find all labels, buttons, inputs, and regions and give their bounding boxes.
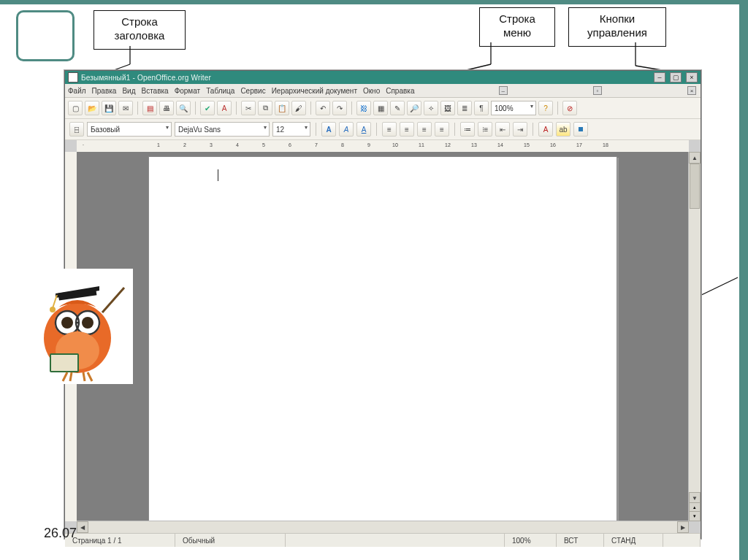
page-background [77, 152, 689, 521]
increase-indent-icon[interactable]: ⇥ [513, 122, 527, 137]
toolbar-separator [376, 123, 377, 136]
underline-icon[interactable]: A [356, 122, 371, 137]
menu-item[interactable]: Окно [363, 87, 380, 95]
paragraph-style-selector[interactable]: Базовый [87, 122, 172, 137]
menu-item[interactable]: Вид [122, 87, 135, 95]
menu-item[interactable]: Правка [92, 87, 117, 95]
callout-titlebar: Строка заголовка [94, 10, 186, 50]
slide-frame-corner [16, 10, 75, 61]
bold-icon[interactable]: A [321, 122, 336, 137]
svg-line-31 [102, 288, 124, 312]
align-justify-icon[interactable]: ≡ [435, 122, 449, 137]
decrease-indent-icon[interactable]: ⇤ [495, 122, 510, 137]
presentation-slide: Строка заголовка Строка меню Кнопки упра… [0, 0, 748, 560]
italic-icon[interactable]: A [339, 122, 354, 137]
data-sources-icon[interactable]: ≣ [457, 101, 472, 115]
svg-line-29 [53, 295, 57, 308]
doc-minimize-icon[interactable]: – [499, 86, 508, 95]
next-page-icon[interactable]: ▾ [689, 511, 701, 521]
background-color-icon[interactable] [573, 122, 588, 137]
formatting-toolbar: ⌸ Базовый DejaVu Sans 12 A A A ≡ ≡ ≡ ≡ ≔… [65, 119, 701, 140]
scroll-right-icon[interactable]: ▶ [677, 521, 689, 533]
toolbar-separator [310, 101, 311, 115]
horizontal-scrollbar[interactable]: ◀ ▶ [77, 521, 689, 533]
status-bar: Страница 1 / 1 Обычный 100% ВСТ СТАНД [65, 533, 701, 547]
undo-icon[interactable]: ↶ [316, 101, 330, 115]
show-draw-icon[interactable]: ✎ [390, 101, 405, 115]
format-brush-icon[interactable]: 🖌 [291, 101, 306, 115]
toolbar-separator [557, 101, 558, 115]
svg-point-22 [82, 317, 94, 329]
app-icon [68, 72, 78, 83]
cut-icon[interactable]: ✂ [241, 101, 256, 115]
pdf-icon[interactable]: ▤ [142, 101, 157, 115]
scroll-left-icon[interactable]: ◀ [77, 521, 88, 533]
open-icon[interactable]: 📂 [85, 101, 99, 115]
bulleted-list-icon[interactable]: ⁝≡ [478, 122, 492, 137]
status-zoom[interactable]: 100% [505, 534, 557, 547]
standard-toolbar: ▢ 📂 💾 ✉ ▤ 🖶 🔍 ✔ A ✂ ⧉ 📋 🖌 ↶ ↷ ⛓ ▦ ✎ 🔎 ✧ [65, 98, 701, 119]
status-spacer [286, 534, 505, 547]
print-icon[interactable]: 🖶 [159, 101, 174, 115]
toolbar-separator [316, 123, 316, 136]
status-mode[interactable]: Обычный [175, 534, 286, 547]
menu-item[interactable]: Формат [175, 87, 201, 95]
align-right-icon[interactable]: ≡ [417, 122, 432, 137]
document-page[interactable] [148, 156, 617, 521]
nonprinting-icon[interactable]: ¶ [474, 101, 489, 115]
window-titlebar[interactable]: Безымянный1 - OpenOffice.org Writer – ▢ … [65, 71, 701, 84]
text-caret [218, 169, 218, 181]
menu-item[interactable]: Сервис [240, 87, 265, 95]
menu-item[interactable]: Таблица [206, 87, 234, 95]
toolbar-separator [195, 101, 196, 115]
save-icon[interactable]: 💾 [102, 101, 116, 115]
navigator-icon[interactable]: ✧ [424, 101, 438, 115]
horizontal-ruler[interactable]: · 1 2 3 4 5 6 7 8 9 10 11 12 13 14 15 16… [77, 140, 689, 153]
preview-icon[interactable]: 🔍 [176, 101, 191, 115]
spellcheck-icon[interactable]: ✔ [200, 101, 215, 115]
align-left-icon[interactable]: ≡ [382, 122, 397, 137]
maximize-button[interactable]: ▢ [670, 72, 682, 83]
doc-close-icon[interactable]: × [687, 86, 696, 95]
toolbar-separator [454, 123, 455, 136]
font-selector[interactable]: DejaVu Sans [175, 122, 270, 137]
vertical-scrollbar[interactable]: ▲ ▼ ▴ ▾ [688, 152, 701, 521]
scroll-up-icon[interactable]: ▲ [689, 152, 701, 164]
table-icon[interactable]: ▦ [373, 101, 388, 115]
styles-icon[interactable]: ⌸ [69, 122, 84, 137]
zoom-selector[interactable]: 100% [491, 101, 536, 115]
align-center-icon[interactable]: ≡ [400, 122, 414, 137]
status-std[interactable]: СТАНД [604, 534, 663, 547]
paste-icon[interactable]: 📋 [275, 101, 289, 115]
slide-frame-right [739, 0, 748, 560]
status-extra[interactable] [663, 534, 701, 547]
find-icon[interactable]: 🔎 [407, 101, 421, 115]
minimize-button[interactable]: – [654, 72, 665, 83]
menu-item[interactable]: Вставка [141, 87, 168, 95]
font-color-icon[interactable]: A [538, 122, 553, 137]
menu-item[interactable]: Иерархический документ [272, 87, 357, 95]
autospell-icon[interactable]: A [217, 101, 232, 115]
gallery-icon[interactable]: 🖼 [440, 101, 455, 115]
writer-window: Безымянный1 - OpenOffice.org Writer – ▢ … [64, 70, 701, 539]
status-page[interactable]: Страница 1 / 1 [65, 534, 175, 547]
close-doc-icon[interactable]: ⊘ [562, 101, 577, 115]
highlight-icon[interactable]: ab [556, 122, 570, 137]
scroll-thumb[interactable] [690, 164, 700, 209]
menu-item[interactable]: Справка [386, 87, 414, 95]
doc-restore-icon[interactable]: ▫ [593, 86, 602, 95]
help-icon[interactable]: ? [538, 101, 553, 115]
new-icon[interactable]: ▢ [68, 101, 83, 115]
numbered-list-icon[interactable]: ≔ [460, 122, 475, 137]
menu-item[interactable]: Файл [68, 87, 86, 95]
menu-bar: Файл Правка Вид Вставка Формат Таблица С… [65, 84, 701, 98]
toolbar-separator [137, 101, 138, 115]
toolbar-separator [533, 123, 533, 136]
email-icon[interactable]: ✉ [118, 101, 133, 115]
close-button[interactable]: × [686, 72, 698, 83]
redo-icon[interactable]: ↷ [332, 101, 347, 115]
status-insert[interactable]: ВСТ [557, 534, 604, 547]
font-size-selector[interactable]: 12 [272, 122, 310, 137]
copy-icon[interactable]: ⧉ [258, 101, 272, 115]
hyperlink-icon[interactable]: ⛓ [356, 101, 371, 115]
